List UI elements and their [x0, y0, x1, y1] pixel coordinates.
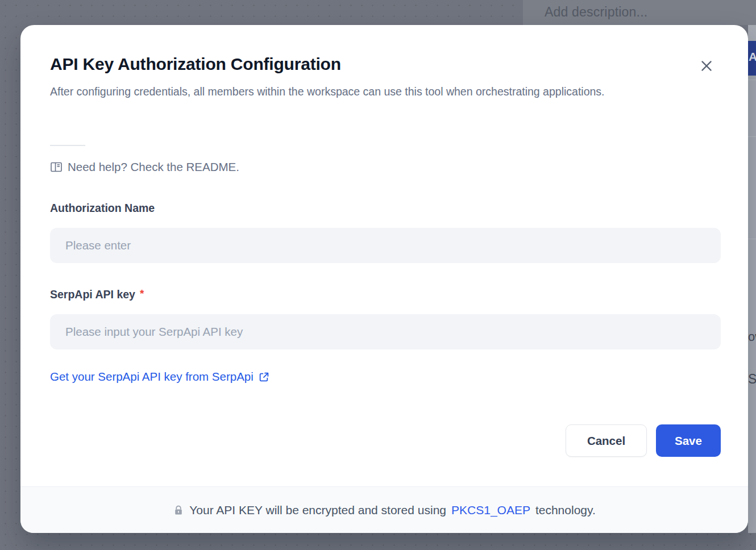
- external-link-icon: [259, 372, 269, 382]
- divider: [748, 80, 756, 80]
- clipped-text: ow: [748, 330, 756, 344]
- footer-text-before: Your API KEY will be encrypted and store…: [189, 503, 446, 517]
- modal-subtitle: After configuring credentials, all membe…: [50, 82, 618, 101]
- serpapi-key-input[interactable]: [50, 314, 721, 349]
- clipped-text: S: [748, 372, 756, 387]
- help-text: Need help? Check the README.: [68, 160, 239, 174]
- encryption-notice-footer: Your API KEY will be encrypted and store…: [20, 486, 748, 533]
- background-panel-sliver: A ow S: [748, 25, 756, 533]
- serpapi-key-label: SerpApi API key *: [50, 288, 144, 301]
- description-input-placeholder: Add description...: [545, 5, 647, 20]
- close-icon[interactable]: [697, 57, 716, 75]
- modal-title: API Key Authorization Configuration: [50, 55, 341, 74]
- authorization-name-input[interactable]: [50, 228, 721, 263]
- cancel-button[interactable]: Cancel: [566, 424, 647, 457]
- encryption-method-link[interactable]: PKCS1_OAEP: [451, 503, 530, 517]
- readme-book-icon: [50, 161, 63, 173]
- authorization-name-label: Authorization Name: [50, 202, 155, 215]
- divider: [748, 136, 756, 137]
- lock-icon: [173, 505, 184, 516]
- authorize-button-fragment: A: [748, 41, 756, 76]
- background-panel-strip: Add description...: [523, 0, 756, 25]
- footer-text-after: technology.: [535, 503, 596, 517]
- divider: [748, 239, 756, 239]
- required-asterisk: *: [140, 288, 144, 301]
- divider: [50, 145, 85, 146]
- save-button[interactable]: Save: [656, 424, 721, 457]
- get-api-key-link[interactable]: Get your SerpApi API key from SerpApi: [50, 370, 269, 384]
- api-key-authorization-modal: API Key Authorization Configuration Afte…: [20, 25, 748, 533]
- readme-help-link[interactable]: Need help? Check the README.: [50, 160, 239, 174]
